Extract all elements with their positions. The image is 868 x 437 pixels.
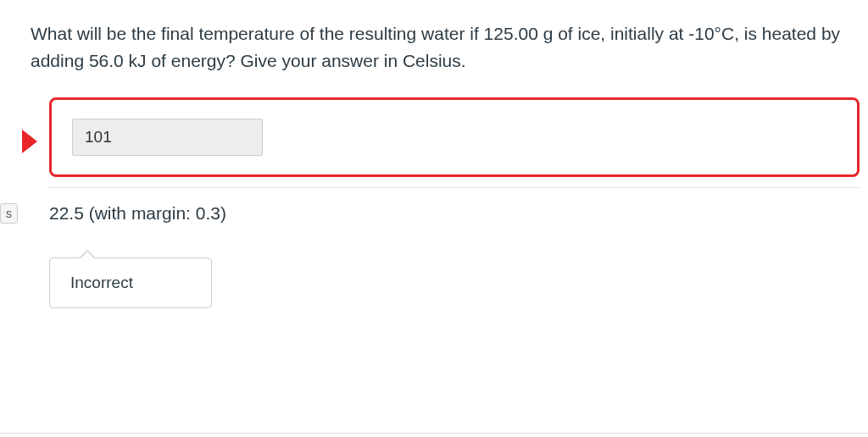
- question-text: What will be the final temperature of th…: [25, 20, 860, 74]
- incorrect-pointer-icon: [22, 130, 37, 153]
- feedback-text: Incorrect: [70, 274, 133, 291]
- bottom-divider: [0, 433, 868, 434]
- answer-badge: s: [0, 203, 18, 224]
- feedback-tooltip: Incorrect: [49, 257, 212, 308]
- user-answer-box: 101: [49, 97, 860, 177]
- correct-answer-text: 22.5 (with margin: 0.3): [49, 203, 860, 224]
- answer-input[interactable]: 101: [72, 119, 263, 156]
- tooltip-arrow-icon: [79, 250, 96, 258]
- divider: [49, 187, 860, 188]
